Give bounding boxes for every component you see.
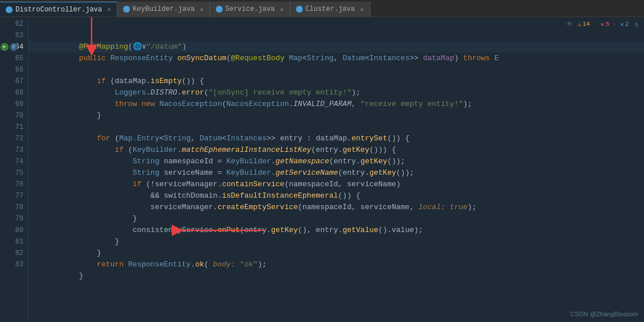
tab-service[interactable]: Service.java ✕ bbox=[210, 2, 290, 17]
file-icon bbox=[296, 6, 303, 13]
code-line-77: serviceManager.createEmptyService(namesp… bbox=[29, 190, 644, 202]
tab-close[interactable]: ✕ bbox=[200, 6, 204, 13]
line-num-69: 69 bbox=[0, 99, 28, 110]
code-line-79: consistencyService.onPut(entry.getKey(),… bbox=[29, 213, 644, 225]
code-line-70 bbox=[29, 110, 644, 121]
line-num-68: 68 bbox=[0, 87, 28, 99]
line-num-67: 67 bbox=[0, 76, 28, 87]
tab-label: DistroController.java bbox=[15, 6, 102, 14]
code-line-82: return ResponseEntity.ok( body: "ok"); bbox=[29, 248, 644, 259]
code-line-76: && switchDomain.isDefaultInstanceEphemer… bbox=[29, 179, 644, 190]
code-area[interactable]: 👁 ⚠ 14 · ✕ 5 · ✕ 2 ∧ @PutMapping(🌐∨"/dat… bbox=[29, 17, 644, 322]
code-line-80: } bbox=[29, 225, 644, 236]
tab-close[interactable]: ✕ bbox=[107, 6, 111, 13]
code-line-65 bbox=[29, 53, 644, 64]
code-line-63: @PutMapping(🌐∨"/datum") bbox=[29, 30, 644, 41]
code-line-64: public ResponseEntity onSyncDatum(@Reque… bbox=[29, 41, 644, 53]
code-line-66: if (dataMap.isEmpty()) { bbox=[29, 64, 644, 76]
line-num-70: 70 bbox=[0, 110, 28, 121]
line-num-77: 77 bbox=[0, 190, 28, 202]
tab-keybuilder[interactable]: KeyBuilder.java ✕ bbox=[117, 2, 210, 17]
tab-close[interactable]: ✕ bbox=[280, 6, 284, 13]
code-line-83: } bbox=[29, 259, 644, 270]
line-num-81: 81 bbox=[0, 236, 28, 248]
line-num-82: 82 bbox=[0, 248, 28, 259]
code-line-67: Loggers.DISTRO.error("[onSync] receive e… bbox=[29, 76, 644, 87]
line-num-79: 79 bbox=[0, 213, 28, 225]
code-line-62 bbox=[29, 18, 644, 30]
line-num-62: 62 bbox=[0, 18, 28, 30]
code-line-68: throw new NacosException(NacosException.… bbox=[29, 87, 644, 99]
watermark: CSDN @ZhangBlossom bbox=[570, 311, 638, 317]
code-line-74: String serviceName = KeyBuilder.getServi… bbox=[29, 156, 644, 167]
line-num-80: 80 bbox=[0, 225, 28, 236]
line-num-73: 73 bbox=[0, 144, 28, 156]
gutter: 62 63 ▶ @ 64 65 66 67 68 69 70 71 72 73 … bbox=[0, 17, 29, 322]
tab-bar: DistroController.java ✕ KeyBuilder.java … bbox=[0, 0, 644, 17]
code-line-72: if (KeyBuilder.matchEphemeralInstanceLis… bbox=[29, 133, 644, 144]
tab-distro[interactable]: DistroController.java ✕ bbox=[0, 2, 117, 17]
code-line-78: } bbox=[29, 202, 644, 213]
code-line-69: } bbox=[29, 99, 644, 110]
tab-close[interactable]: ✕ bbox=[360, 6, 364, 13]
file-icon bbox=[123, 6, 130, 13]
editor-container: 62 63 ▶ @ 64 65 66 67 68 69 70 71 72 73 … bbox=[0, 17, 644, 322]
file-icon bbox=[6, 6, 13, 13]
run-marker[interactable]: ▶ bbox=[1, 43, 9, 51]
code-line-71: for (Map.Entry<String, Datum<Instances>>… bbox=[29, 121, 644, 133]
red-arrow-body bbox=[166, 223, 269, 237]
line-num-66: 66 bbox=[0, 64, 28, 76]
tab-label: Cluster.java bbox=[306, 5, 355, 13]
tab-label: KeyBuilder.java bbox=[133, 5, 195, 13]
line-num-65: 65 bbox=[0, 53, 28, 64]
line-num-63: 63 bbox=[0, 30, 28, 41]
line-num-75: 75 bbox=[0, 167, 28, 179]
line-num-74: 74 bbox=[0, 156, 28, 167]
code-line-75: if (!serviceManager.containService(names… bbox=[29, 167, 644, 179]
code-line-73: String namespaceId = KeyBuilder.getNames… bbox=[29, 144, 644, 156]
line-num-72: 72 bbox=[0, 133, 28, 144]
code-line-81: } bbox=[29, 236, 644, 248]
at-marker[interactable]: @ bbox=[10, 43, 18, 51]
line-num-78: 78 bbox=[0, 202, 28, 213]
file-icon bbox=[216, 6, 223, 13]
line-num-64: ▶ @ 64 bbox=[0, 41, 28, 53]
line-num-83: 83 bbox=[0, 259, 28, 270]
line-num-71: 71 bbox=[0, 121, 28, 133]
tab-label: Service.java bbox=[226, 5, 275, 13]
tab-cluster[interactable]: Cluster.java ✕ bbox=[290, 2, 370, 17]
line-num-76: 76 bbox=[0, 179, 28, 190]
